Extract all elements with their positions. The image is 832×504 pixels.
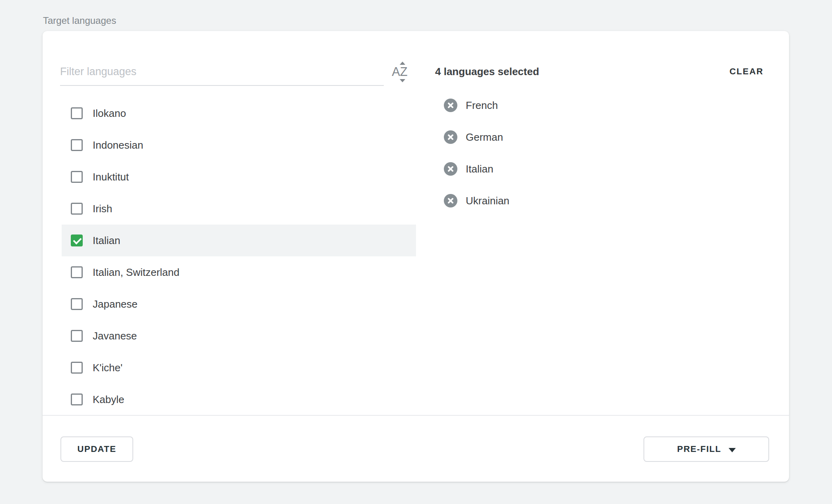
language-label: Italian, Switzerland xyxy=(93,266,179,279)
language-label: K'iche' xyxy=(93,362,122,374)
checkbox-icon[interactable] xyxy=(71,362,83,374)
language-row[interactable]: Irish xyxy=(62,193,416,225)
remove-language-icon[interactable] xyxy=(444,99,457,112)
selected-language-item: Ukrainian xyxy=(444,185,509,217)
language-row[interactable]: Italian, Switzerland xyxy=(62,256,416,288)
remove-language-icon[interactable] xyxy=(444,130,457,144)
filter-languages-input[interactable] xyxy=(60,66,384,78)
language-label: Italian xyxy=(93,235,120,247)
target-languages-card: AZ Ilokano Indonesian Inuktitut Irish It… xyxy=(43,31,789,482)
selected-language-item: German xyxy=(444,121,509,153)
checkbox-icon[interactable] xyxy=(71,107,83,119)
checkbox-icon[interactable] xyxy=(71,266,83,278)
sort-az-icon[interactable]: AZ xyxy=(388,56,412,87)
checkbox-icon[interactable] xyxy=(71,139,83,151)
checkbox-icon[interactable] xyxy=(71,171,83,183)
checkbox-icon[interactable] xyxy=(71,330,83,342)
filter-field xyxy=(60,58,384,86)
sort-up-arrow-icon xyxy=(400,62,405,65)
language-row[interactable]: Kabyle xyxy=(62,384,416,415)
remove-language-icon[interactable] xyxy=(444,162,457,176)
selected-language-item: Italian xyxy=(444,153,509,185)
checkbox-icon[interactable] xyxy=(71,298,83,310)
sort-down-arrow-icon xyxy=(400,79,405,82)
selected-language-item: French xyxy=(444,89,509,121)
language-label: Japanese xyxy=(93,298,138,310)
language-label: Indonesian xyxy=(93,139,143,151)
language-label: Javanese xyxy=(93,330,137,342)
selected-language-label: Italian xyxy=(466,163,493,175)
prefill-button[interactable]: PRE-FILL xyxy=(643,436,769,462)
checkbox-icon[interactable] xyxy=(71,203,83,215)
language-label: Inuktitut xyxy=(93,171,129,183)
language-label: Ilokano xyxy=(93,107,126,120)
chevron-down-icon xyxy=(729,448,736,452)
prefill-button-label: PRE-FILL xyxy=(677,444,721,454)
sort-az-letters: AZ xyxy=(392,66,408,78)
update-button[interactable]: UPDATE xyxy=(60,436,133,462)
selected-language-list: French German Italian Ukrainian xyxy=(444,89,509,217)
language-row[interactable]: Inuktitut xyxy=(62,161,416,193)
clear-button[interactable]: CLEAR xyxy=(729,66,764,77)
language-row[interactable]: Indonesian xyxy=(62,129,416,161)
selected-header: 4 languages selected CLEAR xyxy=(435,64,764,79)
update-button-label: UPDATE xyxy=(78,444,117,454)
remove-language-icon[interactable] xyxy=(444,194,457,207)
checkbox-checked-icon[interactable] xyxy=(71,235,83,246)
selected-language-label: Ukrainian xyxy=(466,195,509,207)
language-list: Ilokano Indonesian Inuktitut Irish Itali… xyxy=(62,97,416,415)
page-title: Target languages xyxy=(43,15,116,26)
language-label: Irish xyxy=(93,203,112,215)
language-row[interactable]: Ilokano xyxy=(62,97,416,129)
selected-language-label: German xyxy=(466,131,503,143)
selected-count-label: 4 languages selected xyxy=(435,66,539,78)
language-row[interactable]: Javanese xyxy=(62,320,416,352)
language-row[interactable]: Japanese xyxy=(62,288,416,320)
selected-language-label: French xyxy=(466,99,498,112)
language-row[interactable]: K'iche' xyxy=(62,352,416,384)
card-footer: UPDATE PRE-FILL xyxy=(43,415,789,482)
checkbox-icon[interactable] xyxy=(71,394,83,405)
language-label: Kabyle xyxy=(93,394,124,406)
language-row[interactable]: Italian xyxy=(62,225,416,256)
